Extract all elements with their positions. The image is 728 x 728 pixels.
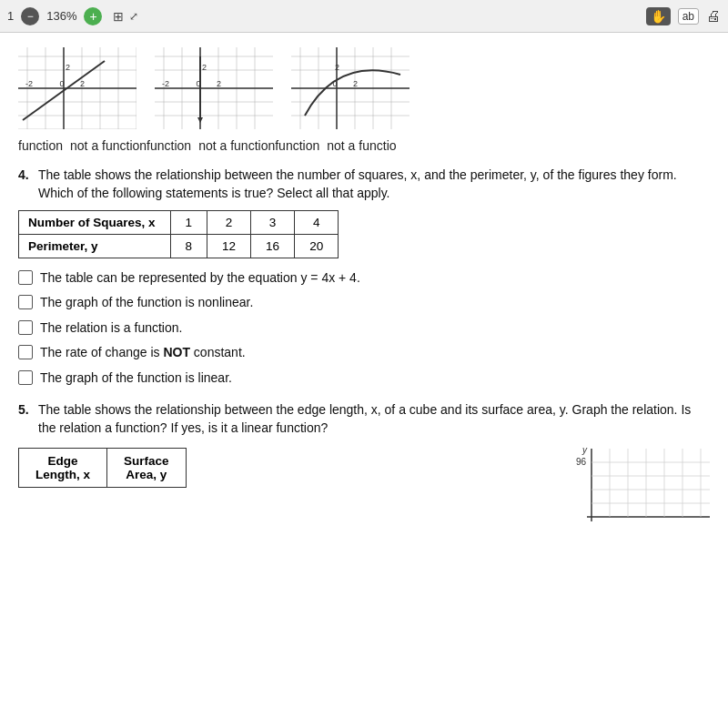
graph3-svg: 2 2 0 <box>291 47 410 129</box>
graph2-labels: function not a function <box>147 138 275 153</box>
col-header-2: 2 <box>207 210 251 234</box>
table-header-row: Number of Squares, x 1 2 3 4 <box>19 210 339 234</box>
text-tool-button[interactable]: ab <box>678 8 699 25</box>
choice4-item: The rate of change is NOT constant. <box>18 344 710 362</box>
choice3-checkbox[interactable] <box>18 320 33 335</box>
svg-text:-2: -2 <box>162 79 169 88</box>
question4-table: Number of Squares, x 1 2 3 4 Perimeter, … <box>18 210 339 258</box>
toolbar: 1 − 136% + ⊞ ⤢ ✋ ab 🖨 <box>0 0 728 33</box>
page-number: 1 <box>7 9 14 23</box>
graph1-container: -2 0 2 2 <box>18 47 136 129</box>
choice1-checkbox[interactable] <box>18 270 33 285</box>
plus-icon: + <box>89 9 96 24</box>
toolbar-right: ✋ ab 🖨 <box>646 7 721 25</box>
svg-text:96: 96 <box>576 457 587 467</box>
graph1-function-label: function <box>18 138 63 153</box>
expand-icon[interactable]: ⤢ <box>129 10 138 23</box>
graph1-not-function-label: not a function <box>70 138 147 153</box>
svg-text:2: 2 <box>202 63 207 72</box>
graph3-container: 2 2 0 <box>291 47 410 129</box>
choice2-item: The graph of the function is nonlinear. <box>18 294 710 312</box>
labels-row: function not a function function not a f… <box>18 138 710 153</box>
col-header-4: 4 <box>295 210 339 234</box>
table-data-row: Perimeter, y 8 12 16 20 <box>19 234 339 258</box>
choice4-label: The rate of change is NOT constant. <box>40 344 246 362</box>
q5-header-row: EdgeLength, x SurfaceArea, y <box>19 449 187 488</box>
graph2-svg: -2 0 2 2 <box>155 47 273 129</box>
col-header-3: 3 <box>251 210 295 234</box>
hand-icon: ✋ <box>651 9 666 24</box>
choice5-item: The graph of the function is linear. <box>18 369 710 388</box>
ab-label: ab <box>682 10 694 23</box>
main-content: -2 0 2 2 <box>0 33 728 728</box>
choice3-label: The relation is a function. <box>40 319 182 338</box>
q5-graph-area: y 96 <box>528 444 710 530</box>
row-label-perimeter: Perimeter, y <box>19 234 171 258</box>
svg-text:2: 2 <box>66 63 70 72</box>
fit-page-icon[interactable]: ⊞ <box>113 9 124 24</box>
graph2-function-label: function <box>147 138 191 153</box>
choice4-checkbox[interactable] <box>18 345 33 359</box>
perimeter-3: 16 <box>251 234 295 258</box>
question4-header: 4. The table shows the relationship betw… <box>18 166 710 203</box>
graph3-labels: function not a functio <box>275 138 396 153</box>
choice3-item: The relation is a function. <box>18 319 710 338</box>
question5-header: 5. The table shows the relationship betw… <box>18 400 710 438</box>
zoom-out-button[interactable]: − <box>21 7 39 25</box>
zoom-in-button[interactable]: + <box>84 7 102 25</box>
graph2-container: -2 0 2 2 <box>155 47 273 129</box>
col-header-label: Number of Squares, x <box>19 210 171 234</box>
col-header-1: 1 <box>170 210 207 234</box>
q5-graph-svg: y 96 <box>528 444 710 526</box>
question4-text: The table shows the relationship between… <box>38 166 710 203</box>
graph3-function-label: function <box>275 138 319 153</box>
perimeter-4: 20 <box>295 234 339 258</box>
svg-text:2: 2 <box>335 63 339 72</box>
svg-marker-38 <box>197 117 203 123</box>
svg-text:-2: -2 <box>25 79 33 88</box>
graph1-svg: -2 0 2 2 <box>18 47 136 129</box>
choice5-label: The graph of the function is linear. <box>40 369 232 388</box>
question5-number: 5. <box>18 400 33 438</box>
q5-table-area: EdgeLength, x SurfaceArea, y <box>18 444 510 488</box>
q5-col-surface: SurfaceArea, y <box>107 449 187 488</box>
perimeter-2: 12 <box>207 234 251 258</box>
choice1-item: The table can be represented by the equa… <box>18 269 710 288</box>
graphs-row: -2 0 2 2 <box>18 47 710 129</box>
choice5-checkbox[interactable] <box>18 370 33 385</box>
bold-not: NOT <box>163 345 190 359</box>
svg-text:y: y <box>581 445 588 455</box>
svg-text:2: 2 <box>217 79 221 88</box>
choice1-label: The table can be represented by the equa… <box>40 269 360 288</box>
q5-col-edge: EdgeLength, x <box>19 449 107 488</box>
zoom-level: 136% <box>46 9 76 23</box>
graph2-not-function-label: not a function <box>198 138 275 153</box>
choices-list: The table can be represented by the equa… <box>18 269 710 388</box>
minus-icon: − <box>27 10 34 23</box>
question4-number: 4. <box>18 166 33 203</box>
perimeter-1: 8 <box>170 234 207 258</box>
choice2-label: The graph of the function is nonlinear. <box>40 294 253 312</box>
choice2-checkbox[interactable] <box>18 295 33 309</box>
toolbar-icons: ⊞ ⤢ <box>113 9 138 24</box>
question4-block: 4. The table shows the relationship betw… <box>18 166 710 388</box>
svg-text:0: 0 <box>59 79 64 88</box>
print-button[interactable]: 🖨 <box>706 8 721 25</box>
hand-tool-button[interactable]: ✋ <box>646 7 671 25</box>
graph1-labels: function not a function <box>18 138 147 153</box>
svg-text:2: 2 <box>353 79 358 88</box>
question5-block: 5. The table shows the relationship betw… <box>18 400 710 531</box>
question5-text: The table shows the relationship between… <box>38 400 710 438</box>
question5-table: EdgeLength, x SurfaceArea, y <box>18 448 187 488</box>
svg-text:2: 2 <box>80 79 85 88</box>
graph3-not-function-label: not a functio <box>327 138 396 153</box>
question5-body: EdgeLength, x SurfaceArea, y y <box>18 444 710 530</box>
